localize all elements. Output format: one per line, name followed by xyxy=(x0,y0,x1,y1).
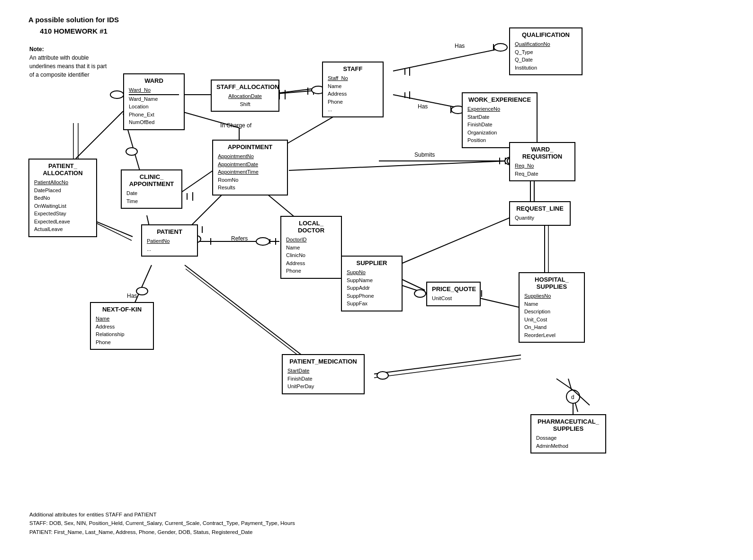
note-text: An attribute with doubleunderlines means… xyxy=(29,53,107,79)
entity-ward: WARD Ward_No Ward_Name Location Phone_Ex… xyxy=(123,73,185,130)
staff-title: STAFF xyxy=(328,65,378,72)
appt-attr-2: AppointmentTime xyxy=(218,168,282,176)
work-exp-attr-1: StartDate xyxy=(467,113,532,121)
pharma-attr-0: Dossage xyxy=(536,434,601,442)
supplier-attr-4: SuppFax xyxy=(347,300,397,308)
req-line-title: REQUEST_LINE xyxy=(515,205,565,212)
label-has-exp: Has xyxy=(418,103,428,110)
patient-alloc-attr-0: PatientAllocNo xyxy=(34,178,91,187)
entity-appointment: APPOINTMENT AppointmentNo AppointmentDat… xyxy=(212,140,288,196)
staff-alloc-attr-1: Shift xyxy=(216,100,274,108)
qual-attr-3: Institution xyxy=(515,64,577,72)
ward-req-attr-0: Req_No xyxy=(515,162,570,170)
entity-supplier: SUPPLIER SuppNo SuppName SuppAddr SuppPh… xyxy=(341,256,403,311)
hosp-sup-attr-0: SuppliesNo xyxy=(524,292,579,300)
qual-title: QUALIFICATION xyxy=(515,31,577,38)
patient-med-attr-2: UnitPerDay xyxy=(287,382,359,391)
label-in-charge: In Charge of xyxy=(220,122,251,129)
title: A possible solution for IDS 410 HOMEWORK… xyxy=(28,14,119,37)
supplier-attr-0: SuppNo xyxy=(347,268,397,276)
entity-request-line: REQUEST_LINE Quantity xyxy=(509,201,571,226)
staff-attr-4: ... xyxy=(328,106,378,114)
svg-point-78 xyxy=(256,238,269,245)
appt-attr-4: Results xyxy=(218,184,282,192)
ward-req-title: WARD_REQUISITION xyxy=(515,146,570,160)
hosp-sup-attr-2: Description xyxy=(524,308,579,316)
svg-point-63 xyxy=(414,290,426,297)
svg-line-46 xyxy=(568,379,578,412)
hosp-sup-attr-4: On_Hand xyxy=(524,323,579,331)
label-has-qual: Has xyxy=(455,43,465,49)
svg-text:d: d xyxy=(571,394,574,400)
svg-point-62 xyxy=(377,372,388,379)
supplier-attr-1: SuppName xyxy=(347,276,397,284)
footer: Additional attributes for entities STAFF… xyxy=(29,510,295,536)
patient-med-title: PATIENT_MEDICATION xyxy=(287,358,359,365)
entity-clinic-appointment: CLINIC_APPOINTMENT Date Time xyxy=(121,169,182,209)
entity-local-doctor: LOCAL_DOCTOR DoctorID Name ClinicNo Addr… xyxy=(280,216,342,279)
price-quote-title: PRICE_QUOTE xyxy=(432,285,475,293)
svg-line-67 xyxy=(556,379,573,390)
title-line1: A possible solution for IDS xyxy=(28,14,119,26)
appt-attr-0: AppointmentNo xyxy=(218,152,282,160)
svg-point-53 xyxy=(494,44,507,51)
note: Note: An attribute with doubleunderlines… xyxy=(29,45,107,79)
clinic-appt-title: CLINIC_APPOINTMENT xyxy=(126,173,177,187)
svg-line-11 xyxy=(393,47,507,71)
svg-line-39 xyxy=(186,269,309,364)
svg-line-40 xyxy=(374,355,521,374)
work-exp-attr-0: ExperienceNo xyxy=(467,105,532,113)
footer-line1: Additional attributes for entities STAFF… xyxy=(29,510,295,519)
ward-title: WARD xyxy=(129,77,179,84)
supplier-title: SUPPLIER xyxy=(347,259,397,267)
hosp-sup-title: HOSPITAL_SUPPLIES xyxy=(524,276,579,290)
ward-attr-3: Phone_Ext xyxy=(129,111,179,119)
label-submits: Submits xyxy=(414,151,435,158)
entity-next-of-kin: NEXT-OF-KIN Name Address Relationship Ph… xyxy=(90,302,154,350)
footer-line2: STAFF: DOB, Sex, NIN, Position_Held, Cur… xyxy=(29,519,295,527)
patient-attr-1: ... xyxy=(147,245,192,253)
svg-line-37 xyxy=(133,265,152,308)
entity-staff: STAFF Staff_No Name Address Phone ... xyxy=(322,62,384,117)
req-line-attr-0: Quantity xyxy=(515,214,565,222)
entity-pharma-supplies: PHARMACEUTICAL_SUPPLIES Dossage AdminMet… xyxy=(530,414,606,453)
price-quote-attr-0: UnitCost xyxy=(432,294,475,302)
appt-attr-1: AppointmentDate xyxy=(218,160,282,169)
ward-attr-0: Ward_No xyxy=(129,86,179,95)
svg-point-65 xyxy=(566,390,580,403)
entity-staff-allocation: STAFF_ALLOCATION AllocationDate Shift xyxy=(211,80,279,112)
patient-alloc-title: PATIENT_ALLOCATION xyxy=(34,162,91,177)
svg-line-70 xyxy=(398,213,521,265)
patient-med-attr-1: FinishDate xyxy=(287,375,359,383)
appt-attr-3: RoomNo xyxy=(218,176,282,184)
staff-attr-1: Name xyxy=(328,82,378,90)
ward-attr-2: Location xyxy=(129,103,179,111)
label-refers: Refers xyxy=(231,235,248,242)
pharma-attr-1: AdminMethod xyxy=(536,442,601,450)
patient-alloc-attr-2: BedNo xyxy=(34,194,91,202)
patient-title: PATIENT xyxy=(147,228,192,235)
qual-attr-2: Q_Date xyxy=(515,56,577,64)
svg-line-41 xyxy=(374,359,521,378)
work-exp-title: WORK_EXPERIENCE xyxy=(467,96,532,103)
staff-attr-0: Staff_No xyxy=(328,74,378,82)
kin-attr-0: Name xyxy=(96,315,148,323)
kin-attr-1: Address xyxy=(96,323,148,331)
svg-point-59 xyxy=(126,148,137,155)
staff-alloc-title: STAFF_ALLOCATION xyxy=(216,83,274,90)
hosp-sup-attr-1: Name xyxy=(524,300,579,308)
svg-point-51 xyxy=(110,91,124,98)
entity-price-quote: PRICE_QUOTE UnitCost xyxy=(426,282,481,306)
patient-med-attr-0: StartDate xyxy=(287,367,359,375)
patient-alloc-attr-3: OnWaitingList xyxy=(34,202,91,210)
staff-attr-2: Address xyxy=(328,90,378,98)
kin-attr-3: Phone xyxy=(96,338,148,347)
svg-point-61 xyxy=(136,287,148,295)
label-has-kin: Has xyxy=(127,293,137,299)
pharma-title: PHARMACEUTICAL_SUPPLIES xyxy=(536,418,601,432)
kin-attr-2: Relationship xyxy=(96,330,148,338)
work-exp-attr-2: FinishDate xyxy=(467,121,532,129)
work-exp-attr-3: Organization xyxy=(467,129,532,137)
patient-alloc-attr-5: ExpectedLeave xyxy=(34,218,91,226)
ward-attr-1: Ward_Name xyxy=(129,95,179,103)
